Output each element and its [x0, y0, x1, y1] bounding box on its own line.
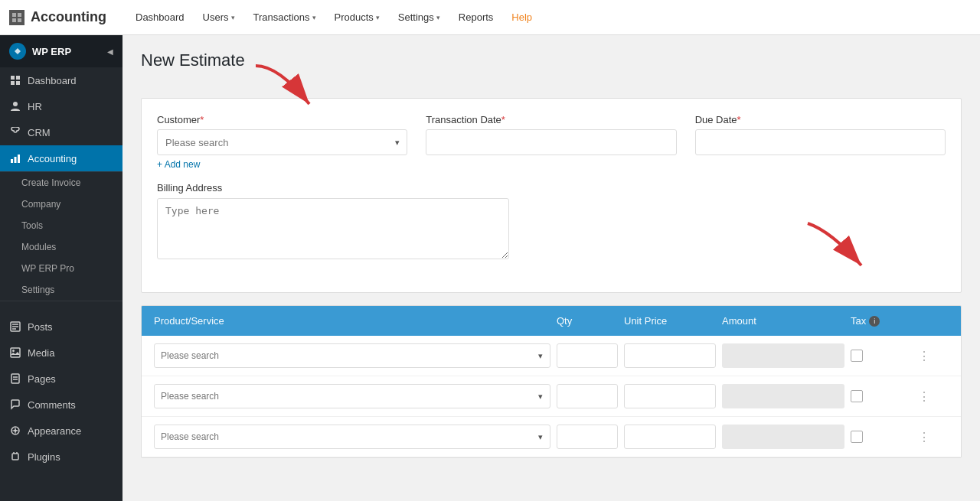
svg-rect-19	[11, 374, 19, 383]
main-content: New Estimate Customer*	[122, 35, 980, 501]
sidebar-label-accounting: Accounting	[28, 153, 77, 164]
sidebar-label-posts: Posts	[28, 321, 53, 333]
top-nav: Dashboard Users ▾ Transactions ▾ Product…	[128, 7, 540, 28]
svg-rect-6	[16, 76, 20, 80]
sidebar-item-crm[interactable]: CRM	[0, 119, 122, 145]
posts-icon	[9, 320, 21, 333]
form-row-1: Customer* ▾ + Add new Transaction Date*	[157, 114, 946, 170]
svg-rect-7	[11, 81, 15, 85]
qty-input-2[interactable]	[557, 384, 618, 408]
tax-cell-1	[851, 350, 912, 362]
sidebar-item-accounting[interactable]: Accounting	[0, 145, 122, 171]
customer-input[interactable]	[157, 129, 407, 155]
tax-checkbox-3[interactable]	[851, 431, 863, 443]
due-date-group: Due Date*	[695, 114, 946, 170]
svg-rect-5	[11, 76, 15, 80]
header-qty: Qty	[557, 315, 618, 327]
sidebar-item-dashboard[interactable]: Dashboard	[0, 67, 122, 93]
delete-cell-2: ⋮	[918, 389, 949, 404]
comments-icon	[9, 399, 21, 411]
sidebar-item-posts[interactable]: Posts	[0, 314, 122, 340]
svg-rect-17	[11, 348, 20, 357]
qty-input-3[interactable]	[557, 425, 618, 449]
customer-group: Customer* ▾ + Add new	[157, 114, 407, 170]
delete-row-2[interactable]: ⋮	[918, 389, 930, 404]
sidebar: WP ERP ◀ Dashboard HR CRM	[0, 35, 122, 501]
sidebar-item-pages[interactable]: Pages	[0, 366, 122, 392]
unit-price-cell-3	[624, 425, 716, 449]
sidebar-item-appearance[interactable]: Appearance	[0, 418, 122, 444]
customer-select-wrapper: ▾	[157, 129, 407, 155]
svg-rect-12	[18, 155, 20, 163]
header-unit-price: Unit Price	[624, 315, 716, 327]
nav-settings[interactable]: Settings ▾	[390, 7, 448, 28]
sidebar-item-settings[interactable]: Settings	[0, 279, 122, 301]
sidebar-label-media: Media	[28, 347, 54, 359]
sidebar-item-comments[interactable]: Comments	[0, 392, 122, 418]
due-date-label: Due Date*	[695, 114, 946, 125]
product-select-wrapper-2: ▾	[154, 384, 550, 408]
sidebar-label-crm: CRM	[28, 127, 51, 138]
sidebar-label-dashboard: Dashboard	[28, 75, 77, 86]
nav-transactions[interactable]: Transactions ▾	[246, 7, 324, 28]
sidebar-label-comments: Comments	[28, 399, 76, 411]
delete-row-3[interactable]: ⋮	[918, 430, 930, 444]
unit-price-input-3[interactable]	[624, 425, 716, 449]
transaction-date-input[interactable]	[426, 129, 676, 155]
svg-rect-2	[12, 18, 16, 22]
form-card: Customer* ▾ + Add new Transaction Date*	[141, 98, 962, 293]
table-row: ▾ ⋮	[142, 376, 961, 417]
svg-rect-10	[11, 159, 13, 163]
sidebar-label-plugins: Plugins	[28, 451, 60, 463]
sidebar-item-media[interactable]: Media	[0, 340, 122, 366]
amount-display-1	[722, 343, 844, 368]
unit-price-cell-2	[624, 384, 716, 408]
billing-address-input[interactable]	[157, 198, 509, 259]
billing-address-label: Billing Address	[157, 182, 946, 194]
nav-dashboard[interactable]: Dashboard	[128, 7, 192, 28]
product-input-2[interactable]	[154, 384, 550, 408]
table-row: ▾ ⋮	[142, 336, 961, 376]
transaction-date-group: Transaction Date*	[426, 114, 676, 170]
amount-cell-1	[722, 343, 844, 368]
sidebar-item-tools[interactable]: Tools	[0, 215, 122, 236]
nav-help[interactable]: Help	[504, 7, 540, 28]
delete-row-1[interactable]: ⋮	[918, 349, 930, 363]
product-input-3[interactable]	[154, 425, 550, 449]
amount-display-2	[722, 384, 844, 408]
sidebar-item-wp-erp-pro[interactable]: WP ERP Pro	[0, 258, 122, 279]
amount-display-3	[722, 425, 844, 449]
sidebar-item-modules[interactable]: Modules	[0, 236, 122, 258]
plugins-icon	[9, 451, 21, 463]
due-date-input[interactable]	[695, 129, 946, 155]
header-product-service: Product/Service	[154, 315, 550, 327]
hr-icon	[9, 100, 21, 112]
customer-label: Customer*	[157, 114, 407, 125]
wp-erp-icon	[9, 43, 26, 60]
nav-users[interactable]: Users ▾	[195, 7, 243, 28]
svg-rect-1	[18, 13, 21, 17]
sidebar-item-create-invoice[interactable]: Create Invoice	[0, 172, 122, 194]
product-select-wrapper-1: ▾	[154, 343, 550, 368]
sidebar-item-hr[interactable]: HR	[0, 93, 122, 119]
svg-rect-8	[16, 81, 20, 85]
tax-info-icon: i	[869, 316, 880, 327]
nav-products[interactable]: Products ▾	[327, 7, 387, 28]
product-input-1[interactable]	[154, 343, 550, 368]
product-cell-1: ▾	[154, 343, 550, 368]
unit-price-input-1[interactable]	[624, 343, 716, 368]
svg-rect-11	[15, 157, 17, 163]
unit-price-input-2[interactable]	[624, 384, 716, 408]
tax-checkbox-2[interactable]	[851, 390, 863, 402]
sidebar-item-company[interactable]: Company	[0, 194, 122, 215]
wp-erp-label: WP ERP	[32, 46, 71, 57]
qty-input-1[interactable]	[557, 343, 618, 368]
sidebar-item-plugins[interactable]: Plugins	[0, 444, 122, 470]
table-row: ▾ ⋮	[142, 417, 961, 457]
add-new-link[interactable]: + Add new	[157, 159, 407, 170]
tax-checkbox-1[interactable]	[851, 350, 863, 362]
nav-reports[interactable]: Reports	[451, 7, 501, 28]
media-icon	[9, 346, 21, 359]
wp-erp-header[interactable]: WP ERP ◀	[0, 35, 122, 67]
tax-cell-3	[851, 431, 912, 443]
